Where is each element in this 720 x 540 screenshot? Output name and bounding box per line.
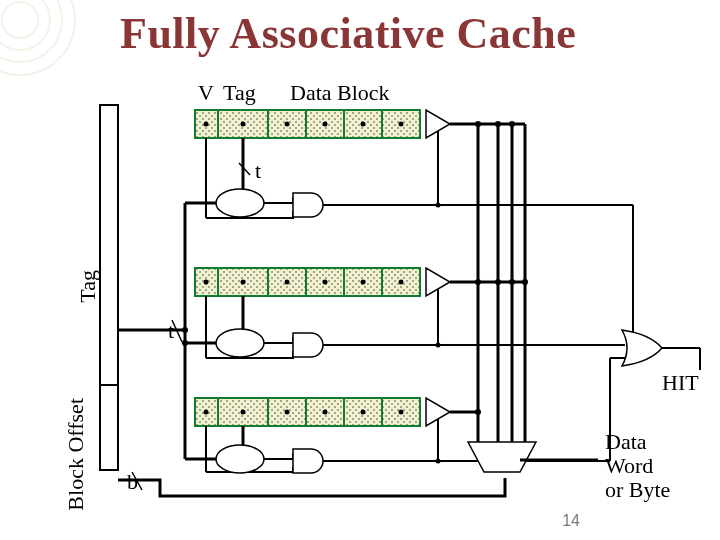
- cache-schematic: [0, 0, 720, 540]
- svg-point-16: [241, 122, 246, 127]
- svg-point-88: [495, 121, 501, 127]
- svg-point-63: [399, 410, 404, 415]
- cache-line-0: [195, 110, 633, 338]
- svg-point-38: [241, 280, 246, 285]
- or-gate-icon: [622, 330, 700, 370]
- svg-rect-7: [100, 105, 118, 470]
- comparator-icon: [216, 445, 264, 473]
- svg-point-61: [323, 410, 328, 415]
- svg-point-19: [361, 122, 366, 127]
- svg-point-39: [285, 280, 290, 285]
- svg-point-18: [323, 122, 328, 127]
- svg-point-20: [399, 122, 404, 127]
- svg-point-93: [522, 279, 528, 285]
- svg-point-90: [475, 279, 481, 285]
- svg-point-91: [495, 279, 501, 285]
- cache-line-2: [195, 358, 625, 473]
- svg-point-87: [475, 121, 481, 127]
- svg-marker-95: [468, 442, 536, 472]
- svg-point-82: [182, 340, 188, 346]
- svg-point-92: [509, 279, 515, 285]
- and-gate-icon: [293, 333, 323, 357]
- svg-point-81: [182, 327, 188, 333]
- svg-rect-9: [195, 110, 420, 138]
- address-register: [100, 105, 118, 470]
- svg-point-37: [204, 280, 209, 285]
- svg-rect-31: [195, 268, 420, 296]
- mux-icon: [468, 442, 598, 472]
- svg-point-59: [241, 410, 246, 415]
- svg-point-42: [399, 280, 404, 285]
- comparator-icon: [216, 189, 264, 217]
- offset-bus: [118, 472, 505, 496]
- svg-point-94: [475, 409, 481, 415]
- cache-line-1: [195, 268, 625, 358]
- svg-point-40: [323, 280, 328, 285]
- svg-point-41: [361, 280, 366, 285]
- comparator-icon: [216, 329, 264, 357]
- svg-point-15: [204, 122, 209, 127]
- svg-point-60: [285, 410, 290, 415]
- svg-point-17: [285, 122, 290, 127]
- svg-point-62: [361, 410, 366, 415]
- and-gate-icon: [293, 449, 323, 473]
- svg-point-89: [509, 121, 515, 127]
- and-gate-icon: [293, 193, 323, 217]
- svg-point-58: [204, 410, 209, 415]
- svg-rect-52: [195, 398, 420, 426]
